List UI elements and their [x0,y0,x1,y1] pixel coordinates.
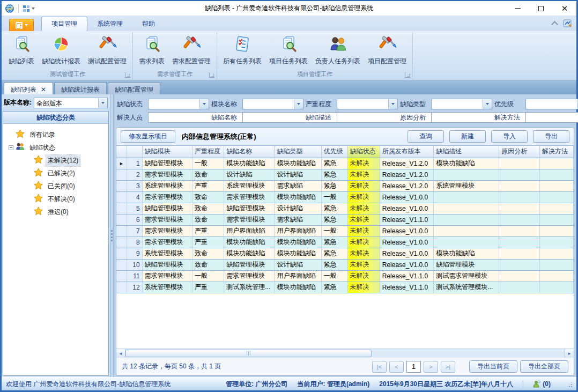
table-row[interactable]: 8需求管理模块严重模块功能缺陷模块功能缺陷紧急未解决Release_V1.0.0 [116,236,574,248]
column-header-解决方法[interactable]: 解决方法 [539,146,573,158]
toolbar-button-导入[interactable]: 导入 [491,130,528,143]
grid-cell[interactable]: 未解决 [347,270,380,282]
grid-cell[interactable]: 系统管理模块 [142,248,192,259]
chevron-down-icon[interactable] [294,99,303,109]
ribbon-tab-帮助[interactable]: 帮助 [132,17,165,31]
ribbon-button-项目配置管理[interactable]: 项目配置管理 [364,33,410,67]
grid-cell[interactable]: 系统管理模块 [142,180,192,191]
grid-cell[interactable]: 致命 [192,203,224,214]
grid-cell[interactable] [499,259,540,270]
column-header-缺陷类型[interactable]: 缺陷类型 [275,146,321,158]
toolbar-button-导出[interactable]: 导出 [533,130,569,143]
collapse-ribbon-icon[interactable] [551,21,558,26]
dialog-launcher-icon[interactable] [209,72,214,78]
tree-item-缺陷状态[interactable]: 缺陷状态 [9,141,107,154]
tree-item-已解决(2)[interactable]: 已解决(2) [27,167,107,180]
row-indicator-cell[interactable]: ► [116,158,127,169]
grid-cell[interactable]: 需求管理模块 [224,191,275,203]
grid-cell[interactable] [539,169,573,180]
tab-close-icon[interactable]: ✕ [41,86,46,93]
grid-cell[interactable] [539,191,573,203]
column-header-缺陷模块[interactable]: 缺陷模块 [142,146,192,158]
grid-cell[interactable]: 紧急 [321,248,347,259]
column-header-优先级[interactable]: 优先级 [321,146,347,158]
grid-cell[interactable]: 模块功能缺陷 [275,282,321,293]
ribbon-button-缺陷统计报表[interactable]: 缺陷统计报表 [38,33,84,67]
next-page-button[interactable]: > [424,361,438,373]
grid-cell[interactable]: 模块功能缺陷 [275,158,321,169]
row-number-cell[interactable]: 10 [127,259,143,270]
grid-cell[interactable]: 缺陷管理模块 [434,259,499,270]
application-menu-button[interactable] [9,19,34,31]
grid-cell[interactable]: 模块功能缺陷 [224,236,275,248]
horizontal-scrollbar[interactable]: ◄ ► [116,349,574,358]
chevron-down-icon[interactable] [483,99,492,109]
grid-cell[interactable] [539,180,573,191]
table-row[interactable]: 5缺陷管理模块致命缺陷管理模块设计缺陷紧急未解决Release_V1.0.0 [116,203,574,214]
grid-cell[interactable] [499,203,540,214]
dialog-launcher-icon[interactable] [125,72,130,78]
row-indicator-cell[interactable] [116,180,127,191]
tree-item-推迟(0)[interactable]: 推迟(0) [27,205,107,218]
column-header-缺陷名称[interactable]: 缺陷名称 [224,146,275,158]
minimize-button[interactable] [506,1,529,16]
grid-cell[interactable]: 致命 [192,259,224,270]
ribbon-tab-项目管理[interactable]: 项目管理 [41,17,87,31]
grid-cell[interactable]: 紧急 [321,180,347,191]
last-page-button[interactable]: >| [441,361,455,373]
dialog-launcher-icon[interactable] [405,72,410,78]
grid-cell[interactable]: 需求管理模块 [142,169,192,180]
grid-cell[interactable]: 紧急 [321,259,347,270]
grid-cell[interactable]: 未解决 [347,203,380,214]
grid-cell[interactable]: 系统管理模块 [224,180,275,191]
grid-cell[interactable]: 缺陷管理模块 [224,259,275,270]
grid-cell[interactable]: 未解决 [347,158,380,169]
first-page-button[interactable]: |< [372,361,387,373]
grid-cell[interactable]: Release_V1.1.0 [380,270,434,282]
table-row[interactable]: 4需求管理模块致命需求管理模块模块功能缺陷一般未解决Release_V1.0.0 [116,191,574,203]
grid-cell[interactable]: 致命 [192,248,224,259]
grid-cell[interactable]: 一般 [321,270,347,282]
grid-cell[interactable]: 一般 [192,158,224,169]
grid-cell[interactable]: 紧急 [321,214,347,225]
grid-cell[interactable]: 测试系统管理模块... [434,282,499,293]
grid-cell[interactable]: 致命 [192,169,224,180]
grid-cell[interactable] [539,236,573,248]
filter-combo-缺陷类型[interactable] [431,99,492,109]
tree-item-已关闭(0)[interactable]: 已关闭(0) [27,180,107,193]
row-number-cell[interactable]: 6 [127,214,143,225]
row-number-cell[interactable]: 9 [127,248,143,259]
row-number-cell[interactable]: 8 [127,236,143,248]
ribbon-button-负责人任务列表[interactable]: 负责人任务列表 [312,33,364,67]
row-number-cell[interactable]: 3 [127,180,143,191]
grid-cell[interactable]: 一般 [192,270,224,282]
grid-cell[interactable]: 需求管理模块 [142,236,192,248]
grid-cell[interactable] [434,191,499,203]
chevron-down-icon[interactable] [388,99,397,109]
grid-cell[interactable]: Release_V1.1.0 [380,282,434,293]
grid-cell[interactable]: Release_V1.0.0 [380,225,434,236]
page-number-input[interactable] [406,361,421,373]
version-select-dropdown-button[interactable] [98,98,107,108]
panel-splitter[interactable] [110,94,114,377]
grid-cell[interactable]: Release_V1.2.0 [380,180,434,191]
toolbar-button-查询[interactable]: 查询 [407,130,444,143]
grid-cell[interactable]: 系统管理模块 [142,282,192,293]
resize-grip[interactable] [566,381,572,387]
grid-cell[interactable]: Release_V1.0.0 [380,203,434,214]
grid-cell[interactable]: 需求管理模块 [224,214,275,225]
table-row[interactable]: 2需求管理模块致命设计缺陷设计缺陷紧急未解决Release_V1.2.0 [116,169,574,180]
grid-cell[interactable] [434,203,499,214]
table-row[interactable]: 3系统管理模块严重系统管理模块需求缺陷紧急未解决Release_V1.2.0系统… [116,180,574,191]
grid-cell[interactable]: 设计缺陷 [275,259,321,270]
scrollbar-track[interactable] [125,349,565,358]
modify-display-items-button[interactable]: 修改显示项目 [121,130,175,143]
ribbon-button-所有任务列表[interactable]: 所有任务列表 [219,33,265,67]
grid-cell[interactable] [499,169,540,180]
ribbon-tab-系统管理[interactable]: 系统管理 [87,17,132,31]
column-header-缺陷描述[interactable]: 缺陷描述 [434,146,499,158]
filter-combo-优先级[interactable] [525,99,578,109]
grid-cell[interactable]: 缺陷管理模块 [142,259,192,270]
grid-cell[interactable] [499,282,540,293]
row-indicator-cell[interactable] [116,270,127,282]
